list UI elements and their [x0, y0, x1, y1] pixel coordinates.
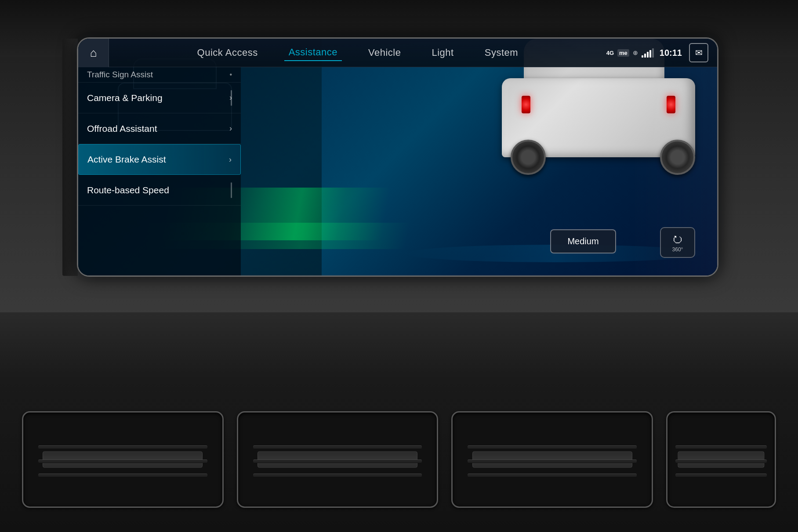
vent-slat-3: [38, 474, 207, 477]
sensitivity-medium-button[interactable]: Medium: [550, 229, 616, 253]
screen-bezel-left: [62, 39, 78, 276]
vent-slat-11: [675, 460, 766, 463]
menu-divider-2: [231, 182, 232, 198]
mercedes-live-status: me: [617, 49, 629, 57]
sensitivity-medium-label: Medium: [567, 236, 598, 246]
screen-content: ⌂ Quick Access Assistance Vehicle Light …: [78, 39, 717, 275]
taillight-left: [522, 96, 530, 113]
menu-item-offroad-arrow: ›: [229, 124, 232, 133]
signal-bar-5: [652, 48, 654, 58]
menu-item-offroad-assistant[interactable]: Offroad Assistant ›: [78, 113, 241, 144]
vent-4: [666, 411, 776, 508]
car-main-visualization: [489, 52, 708, 184]
signal-bar-3: [647, 52, 649, 58]
signal-bar-1: [642, 55, 643, 58]
signal-strength: [642, 48, 654, 58]
taillight-right: [667, 96, 675, 113]
tab-system[interactable]: System: [480, 45, 522, 61]
camera-360-button[interactable]: ⭮ 360°: [660, 227, 695, 258]
wheel-right: [660, 140, 695, 175]
vent-slat-4: [253, 445, 422, 449]
vent-slat-12: [675, 474, 766, 477]
network-status: 4G: [606, 50, 614, 56]
time-display: 10:11: [660, 48, 682, 58]
infotainment-screen: ⌂ Quick Access Assistance Vehicle Light …: [77, 37, 718, 277]
menu-item-camera-parking[interactable]: Camera & Parking ›: [78, 83, 241, 113]
menu-divider-1: [231, 90, 232, 105]
tab-assistance[interactable]: Assistance: [284, 44, 342, 61]
home-button[interactable]: ⌂: [78, 39, 109, 67]
vent-slat-7: [468, 445, 637, 449]
vent-slat-9: [468, 474, 637, 477]
menu-item-brake-assist-label: Active Brake Assist: [87, 154, 225, 165]
signal-bar-4: [649, 50, 651, 58]
menu-list: Traffic Sign Assist • Camera & Parking ›…: [78, 67, 241, 275]
message-button[interactable]: ✉: [689, 43, 708, 62]
menu-item-route-speed-label: Route-based Speed: [87, 185, 232, 195]
vent-slat-2: [38, 460, 207, 463]
menu-item-traffic-sign-assist-partial[interactable]: Traffic Sign Assist •: [78, 67, 241, 83]
header-bar: ⌂ Quick Access Assistance Vehicle Light …: [78, 39, 717, 67]
home-icon: ⌂: [90, 46, 97, 60]
vents-container: [22, 396, 776, 523]
vent-area: [0, 312, 798, 532]
camera-360-label: 360°: [672, 246, 683, 253]
status-bar: 4G me ⊕ 10:11 ✉: [606, 43, 717, 62]
vent-2: [237, 411, 439, 508]
menu-item-offroad-label: Offroad Assistant: [87, 123, 225, 134]
navigation-tabs: Quick Access Assistance Vehicle Light Sy…: [109, 44, 606, 61]
vent-slat-5: [253, 460, 422, 463]
menu-item-brake-assist-arrow: ›: [229, 155, 232, 164]
vent-slat-6: [253, 474, 422, 477]
message-icon: ✉: [695, 47, 703, 58]
wheel-left: [511, 140, 546, 175]
menu-item-route-speed[interactable]: Route-based Speed: [78, 175, 241, 206]
signal-bar-2: [644, 54, 646, 58]
menu-item-partial-label: Traffic Sign Assist: [87, 70, 229, 80]
tab-quick-access[interactable]: Quick Access: [193, 45, 262, 61]
menu-item-camera-parking-label: Camera & Parking: [87, 93, 225, 103]
tab-vehicle[interactable]: Vehicle: [364, 45, 405, 61]
tab-light[interactable]: Light: [428, 45, 458, 61]
vent-slat-8: [468, 460, 637, 463]
vent-slat-10: [675, 445, 766, 449]
camera-360-icon: ⭮: [672, 233, 683, 245]
menu-item-active-brake-assist[interactable]: Active Brake Assist ›: [78, 144, 241, 175]
navigation-icon: ⊕: [633, 49, 638, 56]
vent-1: [22, 411, 224, 508]
vent-3: [451, 411, 653, 508]
vent-slat-1: [38, 445, 207, 449]
partial-item-indicator: •: [229, 71, 232, 79]
